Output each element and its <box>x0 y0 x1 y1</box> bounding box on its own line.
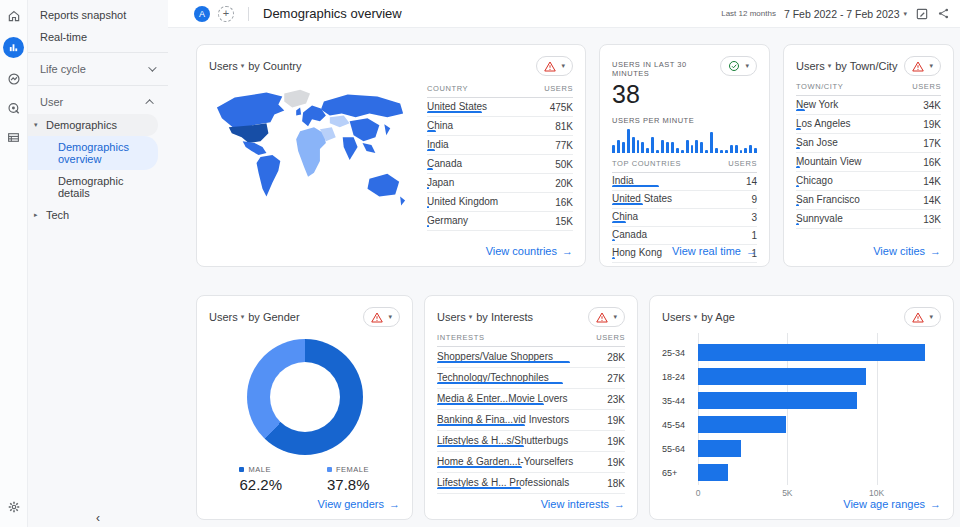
view-genders-link[interactable]: View genders→ <box>318 498 400 510</box>
add-comparison-button[interactable]: + <box>218 6 234 22</box>
column-header: TOP COUNTRIES <box>612 159 681 168</box>
nav-demographics[interactable]: ▾Demographics <box>28 114 158 136</box>
row-bar <box>437 403 544 405</box>
bar-18-24[interactable] <box>698 368 866 385</box>
report-header: A + Demographics overview Last 12 months… <box>168 0 960 28</box>
bar-25-34[interactable] <box>698 344 925 361</box>
category-label: 55-64 <box>662 437 698 461</box>
sparkline-bar <box>632 137 635 153</box>
data-quality-chip[interactable]: ▾ <box>904 307 941 327</box>
data-quality-chip[interactable]: ▾ <box>904 56 941 76</box>
bar-45-54[interactable] <box>698 416 786 433</box>
sparkline-bar <box>671 142 674 153</box>
data-quality-chip[interactable]: ▾ <box>363 307 400 327</box>
row-label: Germany <box>427 216 468 226</box>
metric-selector[interactable]: Users▾ <box>437 311 472 323</box>
metric-label: Users <box>437 311 466 323</box>
map-region-africa[interactable] <box>296 127 326 177</box>
map-region-south-america[interactable] <box>257 155 281 197</box>
row-value: 27K <box>595 373 625 384</box>
metric-label: Users <box>209 60 238 72</box>
bar-55-64[interactable] <box>698 440 741 457</box>
category-label: 35-44 <box>662 389 698 413</box>
row-bar <box>612 257 615 259</box>
nav-demographic-details[interactable]: Demographic details <box>28 170 158 204</box>
sparkline-bar <box>646 148 649 153</box>
bar-65+[interactable] <box>698 464 728 481</box>
metric-selector[interactable]: Users▾ <box>209 311 244 323</box>
view-countries-link[interactable]: View countries→ <box>486 245 573 257</box>
nav-section-user[interactable]: User <box>28 90 168 114</box>
row-label: Mountain View <box>796 157 861 167</box>
edit-report-icon[interactable] <box>915 7 929 21</box>
nav-tech[interactable]: ▸Tech <box>28 204 158 226</box>
nav-label: User <box>40 96 63 108</box>
view-cities-link[interactable]: View cities→ <box>873 245 941 257</box>
avatar[interactable]: A <box>194 6 210 22</box>
metric-label: Users <box>662 311 691 323</box>
map-region-se-asia[interactable] <box>363 143 376 153</box>
table-row: Canada1 <box>612 227 757 245</box>
map-region-mexico[interactable] <box>243 141 267 155</box>
bar-35-44[interactable] <box>698 392 857 409</box>
map-region-china[interactable] <box>350 118 380 141</box>
row-value: 15K <box>537 216 573 227</box>
gender-legend: MALE 62.2% FEMALE 37.8% <box>209 465 400 493</box>
explore-icon[interactable] <box>6 71 22 87</box>
table-row: New York34K <box>796 96 941 115</box>
map-region-russia[interactable] <box>321 94 403 117</box>
collapse-sidebar-button[interactable]: ‹ <box>96 511 100 525</box>
data-quality-chip[interactable]: ▾ <box>536 56 573 76</box>
map-region-australia[interactable] <box>367 173 399 196</box>
row-label: Canada <box>427 159 462 169</box>
map-region-new-zealand[interactable] <box>400 196 405 205</box>
view-realtime-link[interactable]: View real time→ <box>672 245 757 257</box>
map-region-india[interactable] <box>343 137 358 160</box>
nav-reports-snapshot[interactable]: Reports snapshot <box>28 4 168 26</box>
row-label: Japan <box>427 178 454 188</box>
sparkline-bar <box>715 148 718 153</box>
home-icon[interactable] <box>6 8 22 24</box>
realtime-user-count: 38 <box>612 80 757 109</box>
row-value: 16K <box>537 197 573 208</box>
metric-selector[interactable]: Users▾ <box>209 60 244 72</box>
table-row: Lifestyles & H... Professionals18K <box>437 473 625 494</box>
metric-selector[interactable]: Users▾ <box>662 311 697 323</box>
data-quality-chip[interactable]: ▾ <box>720 56 757 76</box>
row-label: San Francisco <box>796 195 860 205</box>
table-row: Germany15K <box>427 212 573 231</box>
gear-icon[interactable] <box>6 499 22 515</box>
row-bar <box>796 128 801 130</box>
date-range-picker[interactable]: 7 Feb 2022 - 7 Feb 2023▾ <box>784 8 907 20</box>
library-icon[interactable] <box>6 129 22 145</box>
advertising-icon[interactable] <box>6 100 22 116</box>
share-icon[interactable] <box>937 7 950 20</box>
metric-selector[interactable]: Users▾ <box>796 60 831 72</box>
table-row: Canada50K <box>427 155 573 174</box>
map-region-greenland[interactable] <box>284 89 310 107</box>
nav-real-time[interactable]: Real-time <box>28 26 168 48</box>
nav-label: Life cycle <box>40 63 86 75</box>
category-label: 45-54 <box>662 413 698 437</box>
view-age-ranges-link[interactable]: View age ranges→ <box>843 498 941 510</box>
y-axis-labels: 25-3418-2435-4445-5455-6465+ <box>662 341 698 485</box>
nav-section-life-cycle[interactable]: Life cycle <box>28 57 168 81</box>
sparkline-bar <box>641 142 644 153</box>
country-table: COUNTRYUSERS United States475KChina81KIn… <box>427 78 573 231</box>
data-quality-chip[interactable]: ▾ <box>588 307 625 327</box>
view-interests-link[interactable]: View interests→ <box>541 498 625 510</box>
reports-icon[interactable] <box>3 37 24 58</box>
date-range-value: 7 Feb 2022 - 7 Feb 2023 <box>784 8 900 20</box>
map-region-japan[interactable] <box>384 124 390 135</box>
map-region-uk[interactable] <box>296 107 301 115</box>
map-region-canada[interactable] <box>217 92 284 131</box>
card-title: by Town/City <box>835 60 897 72</box>
map-region-central-asia[interactable] <box>330 115 350 127</box>
chevron-up-icon <box>145 99 153 107</box>
nav-label: Real-time <box>40 31 87 43</box>
row-value: 475K <box>537 102 573 113</box>
nav-demographics-overview[interactable]: Demographics overview <box>28 136 158 170</box>
chevron-down-icon: ▾ <box>241 62 245 70</box>
nav-label: Tech <box>46 209 69 221</box>
row-value: 34K <box>905 100 941 111</box>
